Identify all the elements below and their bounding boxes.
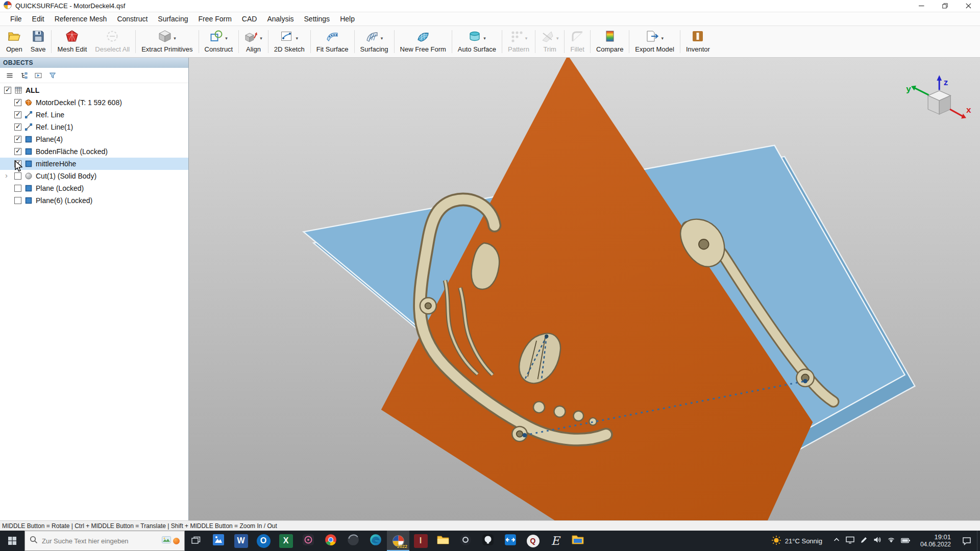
taskbar-app-inventor[interactable]: I (409, 531, 432, 551)
tree-item-ref-line[interactable]: Ref. Line (0, 109, 188, 121)
close-button[interactable] (957, 0, 980, 12)
toolbar-button-2d-sketch[interactable]: 2D Sketch (270, 27, 309, 57)
menu-free-form[interactable]: Free Form (193, 13, 236, 25)
toolbar-button-pattern[interactable]: Pattern (504, 27, 533, 57)
speaker-icon[interactable] (873, 536, 881, 545)
chevron-up-icon[interactable] (833, 536, 840, 545)
taskbar-app-folder[interactable] (567, 531, 589, 551)
menu-analysis[interactable]: Analysis (262, 13, 299, 25)
toolbar-button-align[interactable]: Align (240, 27, 266, 57)
toolbar-button-auto-surface[interactable]: Auto Surface (454, 27, 500, 57)
taskbar-app-excel[interactable]: X (275, 531, 297, 551)
network-icon[interactable] (887, 536, 895, 545)
toolbar-button-fit-surface[interactable]: Fit Surface (312, 27, 353, 57)
filter-icon[interactable] (48, 71, 57, 80)
dropdown-arrow-icon[interactable] (260, 33, 262, 42)
task-view-button[interactable] (185, 531, 207, 551)
menu-help[interactable]: Help (335, 13, 360, 25)
checkbox[interactable] (14, 148, 21, 155)
objects-tree: ALL MotorDeckel (T: 1 592 608) Ref. Line… (0, 83, 188, 520)
menu-file[interactable]: File (5, 13, 27, 25)
menu-reference-mesh[interactable]: Reference Mesh (50, 13, 112, 25)
toolbar-button-fillet[interactable]: Fillet (566, 27, 588, 57)
taskbar-app-chrome[interactable] (320, 531, 342, 551)
dropdown-arrow-icon[interactable] (381, 33, 383, 42)
checkbox[interactable] (14, 160, 21, 167)
tree-item-mittlerehoehe[interactable]: mittlereHöhe (0, 158, 188, 170)
minimize-button[interactable] (910, 0, 933, 12)
toolbar-button-mesh-edit[interactable]: Mesh Edit (53, 27, 91, 57)
tree-item-all[interactable]: ALL (0, 84, 188, 96)
tree-item-ref-line-1[interactable]: Ref. Line(1) (0, 121, 188, 133)
restore-button[interactable] (933, 0, 957, 12)
toolbar-button-deselect-all[interactable]: Deselect All (91, 27, 134, 57)
battery-icon[interactable] (901, 536, 910, 545)
dropdown-arrow-icon[interactable] (296, 33, 298, 42)
taskbar-app-endnote[interactable]: E (544, 531, 567, 551)
tree-item-plane-locked[interactable]: Plane (Locked) (0, 182, 188, 194)
taskbar-app-outlook[interactable]: O (252, 531, 275, 551)
dropdown-arrow-icon[interactable] (483, 33, 486, 42)
checkbox[interactable] (14, 99, 21, 106)
toolbar-button-construct[interactable]: Construct (201, 27, 237, 57)
menu-settings[interactable]: Settings (299, 13, 335, 25)
3d-scene[interactable]: y z x (189, 58, 980, 520)
display-icon[interactable] (846, 536, 854, 546)
toolbar-button-save[interactable]: Save (27, 27, 50, 57)
menu-construct[interactable]: Construct (112, 13, 153, 25)
checkbox[interactable] (14, 123, 21, 131)
list-view-icon[interactable] (5, 71, 14, 80)
tree-item-motordeckel[interactable]: MotorDeckel (T: 1 592 608) (0, 96, 188, 109)
search-input[interactable] (42, 537, 158, 545)
dropdown-arrow-icon[interactable] (225, 33, 228, 42)
start-button[interactable] (0, 531, 24, 551)
notification-center-button[interactable] (957, 531, 977, 551)
menu-surfacing[interactable]: Surfacing (153, 13, 193, 25)
tree-view-icon[interactable] (19, 71, 29, 80)
dropdown-arrow-icon[interactable] (174, 33, 176, 42)
show-panel-icon[interactable] (34, 71, 43, 80)
menu-cad[interactable]: CAD (237, 13, 262, 25)
taskbar-app-camera[interactable] (454, 531, 477, 551)
checkbox[interactable] (14, 136, 21, 143)
taskbar-app-word[interactable]: W (230, 531, 252, 551)
tree-item-cut-1[interactable]: Cut(1) (Solid Body) (0, 170, 188, 182)
taskbar-app-media[interactable] (297, 531, 320, 551)
checkbox[interactable] (14, 185, 21, 192)
expand-chevron-icon[interactable] (5, 171, 8, 180)
show-desktop-button[interactable] (977, 531, 980, 551)
taskbar-search[interactable] (24, 531, 185, 551)
toolbar-button-new-free-form[interactable]: New Free Form (396, 27, 450, 57)
toolbar-button-extract-primitives[interactable]: Extract Primitives (137, 27, 197, 57)
menu-edit[interactable]: Edit (27, 13, 50, 25)
plane-icon (24, 196, 33, 205)
checkbox[interactable] (14, 111, 21, 118)
taskbar-clock[interactable]: 19:01 04.06.2022 (915, 533, 957, 548)
toolbar-button-export-model[interactable]: Export Model (631, 27, 678, 57)
viewport-3d[interactable]: y z x (189, 58, 980, 520)
taskbar-app-blue[interactable] (499, 531, 522, 551)
taskbar-app-white-circle[interactable]: Q (522, 531, 544, 551)
tree-item-bodenflaeche[interactable]: BodenFläche (Locked) (0, 145, 188, 158)
checkbox[interactable] (14, 197, 21, 204)
dropdown-arrow-icon[interactable] (556, 33, 559, 42)
taskbar-app-dark-globe[interactable] (342, 531, 364, 551)
taskbar-app-file-explorer[interactable] (432, 531, 454, 551)
checkbox[interactable] (4, 87, 11, 94)
taskbar-app-github[interactable] (477, 531, 499, 551)
taskbar-app-quicksurface[interactable]: 2022 (387, 531, 409, 551)
toolbar-button-inventor[interactable]: Inventor (682, 27, 714, 57)
toolbar-button-compare[interactable]: Compare (592, 27, 627, 57)
weather-widget[interactable]: 21°C Sonnig (765, 531, 828, 551)
dropdown-arrow-icon[interactable] (525, 33, 528, 42)
toolbar-button-open[interactable]: Open (2, 27, 27, 57)
toolbar-button-trim[interactable]: Trim (537, 27, 563, 57)
pen-icon[interactable] (860, 536, 868, 546)
taskbar-app-edge[interactable] (364, 531, 387, 551)
dropdown-arrow-icon[interactable] (661, 33, 664, 42)
tree-item-plane-4[interactable]: Plane(4) (0, 133, 188, 145)
toolbar-button-surfacing[interactable]: Surfacing (356, 27, 393, 57)
tree-item-plane-6[interactable]: Plane(6) (Locked) (0, 194, 188, 207)
checkbox[interactable] (14, 172, 21, 180)
taskbar-app-photos[interactable] (207, 531, 230, 551)
